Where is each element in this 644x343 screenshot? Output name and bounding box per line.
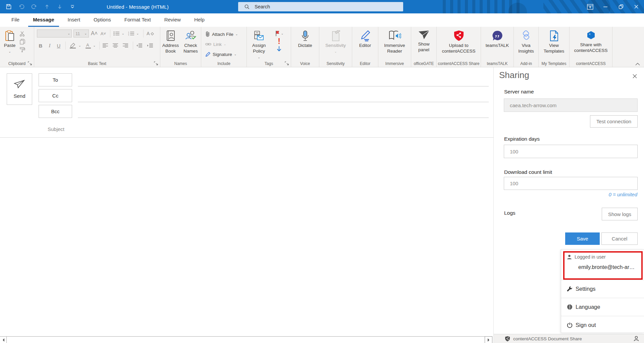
- immersive-group-label: Immersive: [378, 61, 411, 66]
- scroll-left-icon[interactable]: [0, 337, 7, 343]
- link-button[interactable]: Link ⌄: [205, 40, 247, 48]
- show-panel-button[interactable]: Show panel: [412, 28, 436, 59]
- clear-formatting-icon[interactable]: A: [147, 31, 154, 36]
- shrink-font-icon[interactable]: A˅: [100, 31, 107, 36]
- menu-item-settings[interactable]: Settings: [561, 280, 644, 298]
- follow-up-flag-icon[interactable]: [275, 30, 280, 37]
- upload-to-contentaccess-button[interactable]: Upload to contentACCESS: [438, 28, 480, 59]
- wrench-icon: [567, 286, 573, 292]
- ribbon-group-teamstalk: teamsTALK teamsTALK: [481, 27, 514, 67]
- menu-item-language[interactable]: Language: [561, 298, 644, 316]
- highlight-color-icon[interactable]: [69, 43, 77, 49]
- address-book-icon: [166, 30, 176, 42]
- account-person-icon[interactable]: [633, 336, 639, 342]
- address-book-button[interactable]: Address Book: [161, 28, 181, 59]
- high-importance-icon[interactable]: !: [278, 37, 280, 45]
- logged-in-user-email: emily.bronte@tech-ar…: [578, 264, 635, 270]
- copy-icon[interactable]: [19, 39, 25, 45]
- editor-button[interactable]: Editor: [355, 28, 376, 59]
- paste-button[interactable]: Paste ⌄: [0, 28, 19, 59]
- message-body[interactable]: [0, 138, 493, 335]
- tab-help[interactable]: Help: [190, 13, 209, 27]
- ribbon-group-basic-text: ⌄ 11⌄ A˄ A˅ ⌄ 123 ⌄ A B I U: [34, 27, 160, 67]
- view-templates-button[interactable]: View Templates: [540, 28, 569, 59]
- undo-icon[interactable]: [17, 3, 25, 11]
- assign-policy-button[interactable]: Assign Policy ⌄: [247, 28, 271, 59]
- cancel-button[interactable]: Cancel: [601, 232, 638, 245]
- contentaccess-share-group-label: contentACCESS Share: [437, 61, 481, 66]
- share-with-contentaccess-button[interactable]: Share with contentACCESS: [571, 28, 611, 59]
- scroll-right-icon[interactable]: [485, 336, 492, 343]
- grow-font-icon[interactable]: A˄: [91, 30, 98, 37]
- download-count-limit-input[interactable]: 100: [504, 177, 638, 190]
- send-button[interactable]: Send: [7, 73, 32, 105]
- save-icon[interactable]: [5, 3, 13, 11]
- tab-insert[interactable]: Insert: [63, 13, 85, 27]
- test-connection-button[interactable]: Test connection: [590, 115, 638, 128]
- tags-dialog-launcher-icon[interactable]: [285, 61, 289, 66]
- align-left-icon[interactable]: [103, 43, 108, 48]
- align-right-icon[interactable]: [123, 43, 128, 48]
- font-size-select[interactable]: 11⌄: [73, 29, 89, 38]
- check-names-button[interactable]: Check Names: [181, 28, 201, 59]
- cut-icon[interactable]: [19, 31, 25, 37]
- menu-item-sign-out[interactable]: Sign out: [561, 316, 644, 334]
- basic-text-dialog-launcher-icon[interactable]: [154, 61, 158, 66]
- bcc-button[interactable]: Bcc: [39, 105, 72, 118]
- svg-text:A: A: [147, 31, 150, 36]
- increase-indent-icon[interactable]: [147, 43, 153, 48]
- contentaccess-cube-icon: [586, 30, 596, 41]
- bullets-icon[interactable]: [113, 31, 120, 36]
- save-button[interactable]: Save: [565, 232, 600, 245]
- collapse-ribbon-icon[interactable]: [635, 63, 640, 66]
- sensitivity-button[interactable]: Sensitivity ⌄: [321, 28, 351, 59]
- cc-input[interactable]: [78, 102, 489, 102]
- decrease-indent-icon[interactable]: [136, 43, 143, 48]
- bold-button[interactable]: B: [37, 43, 44, 49]
- underline-button[interactable]: U: [55, 43, 62, 49]
- tab-message[interactable]: Message: [28, 13, 59, 27]
- dictate-button[interactable]: Dictate: [293, 28, 317, 59]
- numbering-icon[interactable]: 123: [128, 31, 135, 36]
- customize-qat-icon[interactable]: [68, 3, 76, 11]
- to-input[interactable]: [78, 86, 489, 86]
- redo-icon[interactable]: [30, 3, 38, 11]
- viva-insights-button[interactable]: Viva Insights: [515, 28, 538, 59]
- cc-button[interactable]: Cc: [39, 89, 72, 102]
- immersive-reader-button[interactable]: Immersive Reader: [379, 28, 410, 59]
- ribbon-display-options-icon[interactable]: [582, 0, 598, 13]
- align-center-icon[interactable]: [113, 43, 118, 48]
- format-painter-icon[interactable]: [19, 47, 25, 53]
- show-logs-button[interactable]: Show logs: [602, 208, 638, 220]
- attach-file-button[interactable]: Attach File ⌄: [205, 30, 247, 38]
- panel-close-icon[interactable]: [631, 72, 639, 80]
- restore-button[interactable]: [613, 0, 629, 13]
- tags-group-label: Tags: [247, 61, 291, 66]
- clipboard-dialog-launcher-icon[interactable]: [28, 61, 32, 66]
- bcc-input[interactable]: [78, 118, 489, 118]
- server-name-input[interactable]: caea.tech-arrow.com: [504, 98, 638, 112]
- close-button[interactable]: [629, 0, 644, 13]
- teamstalk-bubble-icon: [492, 30, 503, 42]
- to-button[interactable]: To: [39, 73, 72, 86]
- tab-options[interactable]: Options: [89, 13, 116, 27]
- contentaccess-shield-icon: [505, 336, 510, 342]
- signature-button[interactable]: Signature ⌄: [205, 50, 247, 58]
- horizontal-scrollbar[interactable]: [0, 336, 492, 343]
- tab-format-text[interactable]: Format Text: [120, 13, 156, 27]
- move-up-icon[interactable]: [43, 3, 51, 11]
- expiration-days-input[interactable]: 100: [504, 145, 638, 158]
- voice-group-label: Voice: [291, 61, 319, 66]
- teamstalk-button[interactable]: teamsTALK: [482, 28, 513, 59]
- tab-file[interactable]: File: [7, 13, 24, 27]
- minimize-button[interactable]: [598, 0, 613, 13]
- italic-button[interactable]: I: [46, 43, 53, 49]
- search-input[interactable]: Search: [238, 2, 403, 11]
- tab-review[interactable]: Review: [160, 13, 185, 27]
- font-name-select[interactable]: ⌄: [37, 29, 72, 38]
- low-importance-icon[interactable]: [276, 46, 282, 53]
- move-down-icon[interactable]: [56, 3, 64, 11]
- font-color-icon[interactable]: A: [85, 43, 92, 49]
- server-name-label: Server name: [504, 89, 534, 95]
- logged-in-user-label: Logged in user: [575, 254, 606, 260]
